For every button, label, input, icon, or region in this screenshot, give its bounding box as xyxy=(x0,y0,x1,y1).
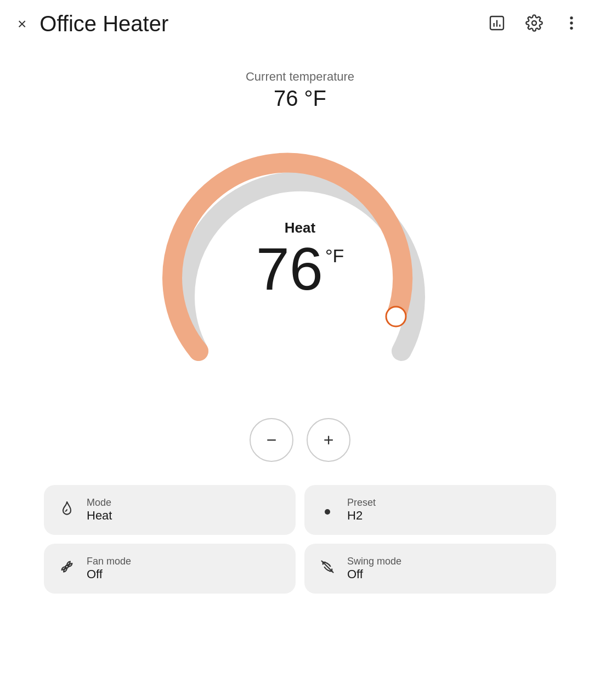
decrement-button[interactable]: − xyxy=(250,418,293,462)
gear-icon xyxy=(525,14,543,32)
temperature-section: Current temperature 76 °F xyxy=(0,48,600,116)
more-options-button[interactable] xyxy=(558,10,585,38)
fan-icon xyxy=(57,559,77,578)
dial-mode-label: Heat xyxy=(285,219,315,236)
preset-control[interactable]: Preset H2 xyxy=(304,485,556,535)
current-temp-label: Current temperature xyxy=(0,70,600,84)
svg-point-5 xyxy=(570,16,573,19)
swing-mode-text: Swing mode Off xyxy=(347,556,401,582)
analytics-icon xyxy=(488,14,506,32)
analytics-button[interactable] xyxy=(484,10,510,38)
dial-temp-display: 76 °F xyxy=(256,239,344,299)
header-left: × Office Heater xyxy=(15,12,484,36)
fan-mode-control[interactable]: Fan mode Off xyxy=(44,544,296,594)
increment-button[interactable]: + xyxy=(307,418,350,462)
controls-grid: Mode Heat Preset H2 Fan mode xyxy=(0,467,600,616)
dial-temp-unit: °F xyxy=(325,246,344,265)
swing-mode-value: Off xyxy=(347,567,401,582)
mode-control[interactable]: Mode Heat xyxy=(44,485,296,535)
more-icon xyxy=(563,14,580,32)
svg-point-6 xyxy=(570,21,573,24)
header-right xyxy=(484,10,585,38)
mode-label: Mode xyxy=(87,497,112,509)
svg-point-8 xyxy=(325,509,330,515)
fan-mode-label: Fan mode xyxy=(87,556,131,567)
dial-center: Heat 76 °F xyxy=(256,219,344,299)
dial-thumb xyxy=(386,307,406,326)
current-temp-value: 76 °F xyxy=(0,86,600,111)
dot-icon xyxy=(318,501,337,519)
swing-mode-control[interactable]: Swing mode Off xyxy=(304,544,556,594)
page-title: Office Heater xyxy=(39,12,168,36)
flame-icon xyxy=(57,500,77,520)
preset-text: Preset H2 xyxy=(347,497,376,523)
close-button[interactable]: × xyxy=(15,14,29,34)
settings-button[interactable] xyxy=(521,10,547,38)
header: × Office Heater xyxy=(0,0,600,48)
mode-value: Heat xyxy=(87,509,112,523)
preset-label: Preset xyxy=(347,497,376,509)
preset-value: H2 xyxy=(347,509,376,523)
fan-mode-value: Off xyxy=(87,567,131,582)
dial-container: Heat 76 °F xyxy=(135,127,465,413)
svg-point-7 xyxy=(570,27,573,30)
svg-point-4 xyxy=(532,21,536,25)
dial-temp-number: 76 xyxy=(256,239,323,299)
dial-buttons: − + xyxy=(0,418,600,462)
mode-text: Mode Heat xyxy=(87,497,112,523)
swing-icon xyxy=(318,559,337,578)
fan-mode-text: Fan mode Off xyxy=(87,556,131,582)
swing-mode-label: Swing mode xyxy=(347,556,401,567)
